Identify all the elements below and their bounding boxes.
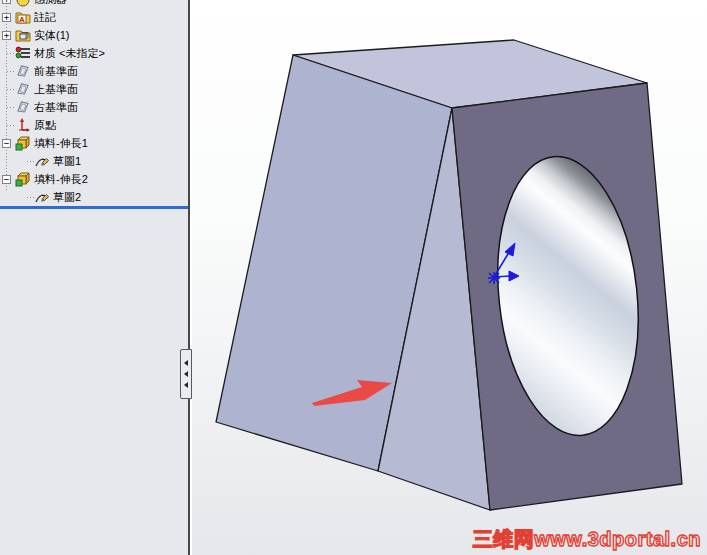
plane-icon [15, 81, 31, 97]
plane-icon [15, 63, 31, 79]
model-canvas[interactable] [192, 0, 707, 555]
feature-tree: + 感測器 + A 註記 + 实体(1) 材质 <未指定> 前基準面 上基準面 … [0, 0, 188, 206]
sketch-icon [34, 189, 50, 205]
expand-toggle[interactable]: + [2, 0, 11, 4]
feature-manager-panel: + 感測器 + A 註記 + 实体(1) 材质 <未指定> 前基準面 上基準面 … [0, 0, 190, 555]
expand-toggle[interactable]: − [2, 175, 11, 184]
tree-row[interactable]: 草圖1 [0, 152, 188, 170]
annotations-folder-icon: A [15, 9, 31, 25]
svg-text:A: A [19, 15, 25, 24]
tree-row[interactable]: 材质 <未指定> [0, 44, 188, 62]
panel-collapse-tab[interactable] [180, 349, 192, 399]
tree-row[interactable]: 右基準面 [0, 98, 188, 116]
collapse-left-icon [184, 371, 188, 377]
tree-row[interactable]: 前基準面 [0, 62, 188, 80]
tree-row[interactable]: + 感測器 [0, 0, 188, 8]
material-icon [15, 45, 31, 61]
origin-icon [15, 117, 31, 133]
tree-row[interactable]: + A 註記 [0, 8, 188, 26]
tree-pane-splitter[interactable] [0, 206, 190, 209]
boss-extrude-icon [15, 171, 31, 187]
plane-icon [15, 99, 31, 115]
sensors-icon [15, 0, 31, 7]
collapse-left-icon [184, 360, 188, 366]
tree-row[interactable]: + 实体(1) [0, 26, 188, 44]
collapse-left-icon [184, 382, 188, 388]
watermark: 三维网www.3dportal.cn [473, 526, 701, 553]
sketch-icon [34, 153, 50, 169]
tree-row[interactable]: 原點 [0, 116, 188, 134]
expand-toggle[interactable]: − [2, 139, 11, 148]
expand-toggle[interactable]: + [2, 31, 11, 40]
boss-extrude-icon [15, 135, 31, 151]
tree-row[interactable]: − 填料-伸長2 [0, 170, 188, 188]
3d-viewport[interactable]: 三维网www.3dportal.cn [192, 0, 707, 555]
tree-row[interactable]: 上基準面 [0, 80, 188, 98]
tree-row[interactable]: − 填料-伸長1 [0, 134, 188, 152]
solid-bodies-folder-icon [15, 27, 31, 43]
tree-row[interactable]: 草圖2 [0, 188, 188, 206]
expand-toggle[interactable]: + [2, 13, 11, 22]
